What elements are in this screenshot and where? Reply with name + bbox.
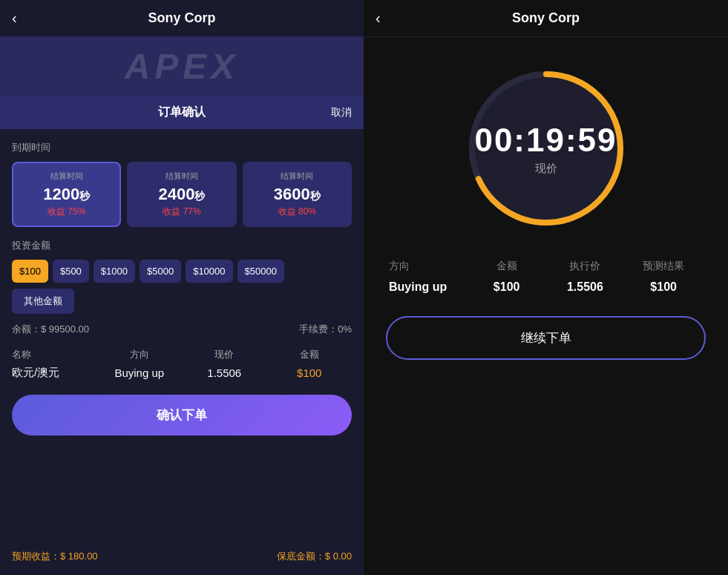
left-back-button[interactable]: ‹ [12,10,17,27]
time-card-2-profit: 收益 77% [134,206,229,218]
balance-text: 余额：$ 99500.00 [12,323,89,336]
right-amount-val: $100 [468,280,546,294]
amount-options: $100 $500 $1000 $5000 $10000 $50000 [12,260,352,283]
time-card-1-profit: 收益 75% [19,206,114,218]
left-content: 到期时间 结算时间 1200秒 收益 75% 结算时间 2400秒 收益 77%… [0,129,364,542]
invest-label: 投资金额 [12,239,352,252]
amount-btn-5000[interactable]: $5000 [140,260,181,283]
expiry-label: 到期时间 [12,141,352,154]
time-cards-container: 结算时间 1200秒 收益 75% 结算时间 2400秒 收益 77% 结算时间… [12,162,352,227]
left-banner: APEX [0,36,364,96]
order-table-header: 名称 方向 现价 金额 [12,348,352,361]
time-card-3[interactable]: 结算时间 3600秒 收益 80% [243,162,352,227]
col-name-header: 名称 [12,348,97,361]
right-header: ‹ Sony Corp [364,0,728,37]
min-amount: 保底金额：$ 0.00 [277,550,352,563]
left-footer: 预期收益：$ 180.00 保底金额：$ 0.00 [0,542,364,575]
order-direction: Buying up [97,367,183,379]
other-amount-button[interactable]: 其他金额 [12,289,74,314]
right-col-result: 预测结果 [624,260,703,273]
time-card-2[interactable]: 结算时间 2400秒 收益 77% [127,162,236,227]
balance-row: 余额：$ 99500.00 手续费：0% [12,323,352,336]
time-card-3-profit: 收益 80% [250,206,344,218]
banner-text: APEX [125,46,240,87]
left-header: ‹ Sony Corp [0,0,364,36]
right-order-header: 方向 金额 执行价 预测结果 [386,260,706,273]
fee-text: 手续费：0% [299,323,352,336]
order-table-row: 欧元/澳元 Buying up 1.5506 $100 [12,366,352,380]
col-amount-header: 金额 [267,348,352,361]
col-direction-header: 方向 [97,348,183,361]
right-panel: ‹ Sony Corp 00:19:59 现价 方向 金额 执行价 预测结果 [364,0,728,575]
right-col-price: 执行价 [546,260,625,273]
amount-section: 投资金额 $100 $500 $1000 $5000 $10000 $50000… [12,239,352,314]
time-card-3-time: 3600秒 [250,185,344,204]
order-table: 名称 方向 现价 金额 欧元/澳元 Buying up 1.5506 $100 [12,348,352,380]
order-name: 欧元/澳元 [12,366,97,380]
col-price-header: 现价 [182,348,267,361]
right-direction-val: Buying up [389,280,468,294]
confirm-order-button[interactable]: 确认下单 [12,395,352,436]
time-card-2-time: 2400秒 [134,185,229,204]
order-confirm-bar: 订单确认 取消 [0,96,364,129]
timer-inner: 00:19:59 现价 [465,67,628,230]
order-confirm-title: 订单确认 [158,105,206,120]
continue-order-button[interactable]: 继续下单 [386,316,706,360]
amount-btn-100[interactable]: $100 [12,260,48,283]
left-title: Sony Corp [148,10,215,26]
time-card-1-header: 结算时间 [19,171,114,182]
order-amount: $100 [267,367,352,379]
expected-profit: 预期收益：$ 180.00 [12,550,98,563]
time-card-3-header: 结算时间 [250,171,344,182]
right-price-val: 1.5506 [546,280,625,294]
right-back-button[interactable]: ‹ [376,10,381,27]
amount-btn-10000[interactable]: $10000 [186,260,232,283]
right-col-direction: 方向 [389,260,468,273]
right-result-val: $100 [624,280,703,294]
right-order-details: 方向 金额 执行价 预测结果 Buying up $100 1.5506 $10… [386,260,706,294]
timer-value: 00:19:59 [474,122,617,159]
right-col-amount: 金额 [468,260,546,273]
order-cancel-button[interactable]: 取消 [331,106,352,119]
right-order-row: Buying up $100 1.5506 $100 [386,280,706,294]
order-price: 1.5506 [182,367,267,379]
time-card-1-time: 1200秒 [19,185,114,204]
timer-circle: 00:19:59 现价 [465,67,628,230]
time-card-1[interactable]: 结算时间 1200秒 收益 75% [12,162,121,227]
left-panel: ‹ Sony Corp APEX 订单确认 取消 到期时间 结算时间 1200秒… [0,0,364,575]
amount-btn-500[interactable]: $500 [53,260,89,283]
right-content: 00:19:59 现价 方向 金额 执行价 预测结果 Buying up $10… [364,37,728,575]
timer-label: 现价 [535,162,557,176]
amount-btn-50000[interactable]: $50000 [237,260,284,283]
amount-btn-1000[interactable]: $1000 [94,260,135,283]
right-title: Sony Corp [512,10,580,26]
time-card-2-header: 结算时间 [134,171,229,182]
